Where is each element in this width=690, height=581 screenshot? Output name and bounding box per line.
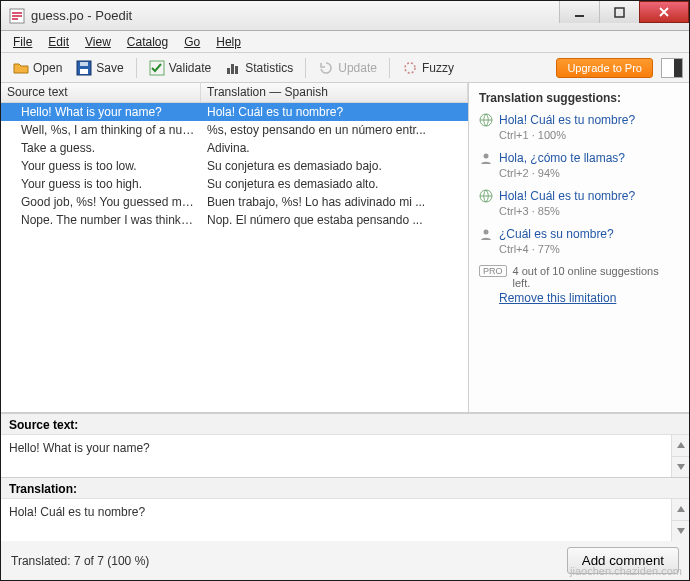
table-body: Hello! What is your name?Hola! Cuál es t… — [1, 103, 468, 412]
svg-rect-8 — [231, 64, 234, 74]
toolbar-separator — [136, 58, 137, 78]
update-button[interactable]: Update — [312, 57, 383, 79]
svg-rect-5 — [80, 62, 88, 66]
open-button[interactable]: Open — [7, 57, 68, 79]
menu-bar: File Edit View Catalog Go Help — [1, 31, 689, 53]
add-comment-button[interactable]: Add comment — [567, 547, 679, 574]
svg-point-14 — [484, 230, 489, 235]
translation-table: Source text Translation — Spanish Hello!… — [1, 83, 469, 412]
cell-source: Your guess is too low. — [1, 159, 201, 173]
maximize-button[interactable] — [599, 1, 639, 23]
suggestion-item[interactable]: Hola, ¿cómo te llamas?Ctrl+2 · 94% — [479, 151, 679, 179]
remove-limitation-link[interactable]: Remove this limitation — [499, 291, 616, 305]
svg-rect-4 — [80, 69, 88, 74]
status-bar: Translated: 7 of 7 (100 %) Add comment — [1, 541, 689, 580]
cell-translation: Hola! Cuál es tu nombre? — [201, 105, 468, 119]
work-area: Source text Translation — Spanish Hello!… — [1, 83, 689, 413]
table-row[interactable]: Take a guess.Adivina. — [1, 139, 468, 157]
cell-translation: Buen trabajo, %s! Lo has adivinado mi ..… — [201, 195, 468, 209]
cell-source: Your guess is too high. — [1, 177, 201, 191]
toolbar-separator — [305, 58, 306, 78]
person-icon — [479, 151, 493, 165]
globe-icon — [479, 113, 493, 127]
cell-translation: %s, estoy pensando en un número entr... — [201, 123, 468, 137]
header-source[interactable]: Source text — [1, 83, 201, 102]
svg-rect-2 — [615, 8, 624, 17]
table-row[interactable]: Well, %s, I am thinking of a number b...… — [1, 121, 468, 139]
svg-rect-1 — [575, 15, 584, 17]
suggestion-meta: Ctrl+1 · 100% — [499, 129, 679, 141]
menu-catalog[interactable]: Catalog — [119, 33, 176, 51]
translation-scroll — [671, 499, 689, 541]
sidebar-toggle[interactable] — [661, 58, 683, 78]
minimize-button[interactable] — [559, 1, 599, 23]
app-window: guess.po - Poedit File Edit View Catalog… — [0, 0, 690, 581]
toolbar: Open Save Validate Statistics Update Fuz… — [1, 53, 689, 83]
fuzzy-button[interactable]: Fuzzy — [396, 57, 460, 79]
source-scroll — [671, 435, 689, 477]
header-translation[interactable]: Translation — Spanish — [201, 83, 468, 102]
suggestion-item[interactable]: ¿Cuál es su nombre?Ctrl+4 · 77% — [479, 227, 679, 255]
cell-source: Good job, %s! You guessed my numb... — [1, 195, 201, 209]
pro-note-text: 4 out of 10 online suggestions left. — [513, 265, 679, 289]
table-row[interactable]: Hello! What is your name?Hola! Cuál es t… — [1, 103, 468, 121]
suggestion-text: Hola! Cuál es tu nombre? — [499, 189, 635, 203]
save-icon — [76, 60, 92, 76]
table-row[interactable]: Your guess is too high.Su conjetura es d… — [1, 175, 468, 193]
table-headers: Source text Translation — Spanish — [1, 83, 468, 103]
translation-label: Translation: — [1, 478, 689, 499]
scroll-down-button[interactable] — [672, 520, 689, 542]
cell-source: Hello! What is your name? — [1, 105, 201, 119]
scroll-down-button[interactable] — [672, 456, 689, 478]
menu-go[interactable]: Go — [176, 33, 208, 51]
translation-field[interactable]: Hola! Cuál es tu nombre? — [1, 499, 671, 541]
status-text: Translated: 7 of 7 (100 %) — [11, 554, 149, 568]
statistics-button[interactable]: Statistics — [219, 57, 299, 79]
check-icon — [149, 60, 165, 76]
suggestion-text: ¿Cuál es su nombre? — [499, 227, 614, 241]
cell-translation: Adivina. — [201, 141, 468, 155]
cell-translation: Nop. El número que estaba pensando ... — [201, 213, 468, 227]
folder-open-icon — [13, 60, 29, 76]
globe-icon — [479, 189, 493, 203]
svg-rect-7 — [227, 68, 230, 74]
suggestions-title: Translation suggestions: — [479, 91, 679, 105]
statistics-label: Statistics — [245, 61, 293, 75]
title-bar: guess.po - Poedit — [1, 1, 689, 31]
table-row[interactable]: Nope. The number I was thinking of ...No… — [1, 211, 468, 229]
scroll-up-button[interactable] — [672, 499, 689, 520]
close-button[interactable] — [639, 1, 689, 23]
svg-rect-9 — [235, 66, 238, 74]
window-controls — [559, 1, 689, 30]
suggestion-meta: Ctrl+3 · 85% — [499, 205, 679, 217]
table-row[interactable]: Your guess is too low.Su conjetura es de… — [1, 157, 468, 175]
menu-help[interactable]: Help — [208, 33, 249, 51]
fuzzy-icon — [402, 60, 418, 76]
suggestion-item[interactable]: Hola! Cuál es tu nombre?Ctrl+1 · 100% — [479, 113, 679, 141]
window-title: guess.po - Poedit — [31, 8, 559, 23]
open-label: Open — [33, 61, 62, 75]
toolbar-separator — [389, 58, 390, 78]
upgrade-button[interactable]: Upgrade to Pro — [556, 58, 653, 78]
svg-point-12 — [484, 154, 489, 159]
bar-chart-icon — [225, 60, 241, 76]
person-icon — [479, 227, 493, 241]
svg-point-10 — [405, 63, 415, 73]
pro-badge-icon: PRO — [479, 265, 507, 277]
source-text-field: Hello! What is your name? — [1, 435, 671, 477]
table-row[interactable]: Good job, %s! You guessed my numb...Buen… — [1, 193, 468, 211]
cell-translation: Su conjetura es demasiado bajo. — [201, 159, 468, 173]
menu-edit[interactable]: Edit — [40, 33, 77, 51]
save-button[interactable]: Save — [70, 57, 129, 79]
suggestion-item[interactable]: Hola! Cuál es tu nombre?Ctrl+3 · 85% — [479, 189, 679, 217]
menu-file[interactable]: File — [5, 33, 40, 51]
suggestion-meta: Ctrl+2 · 94% — [499, 167, 679, 179]
suggestion-text: Hola, ¿cómo te llamas? — [499, 151, 625, 165]
refresh-icon — [318, 60, 334, 76]
cell-translation: Su conjetura es demasiado alto. — [201, 177, 468, 191]
scroll-up-button[interactable] — [672, 435, 689, 456]
validate-button[interactable]: Validate — [143, 57, 217, 79]
suggestions-panel: Translation suggestions: Hola! Cuál es t… — [469, 83, 689, 412]
menu-view[interactable]: View — [77, 33, 119, 51]
app-icon — [9, 8, 25, 24]
